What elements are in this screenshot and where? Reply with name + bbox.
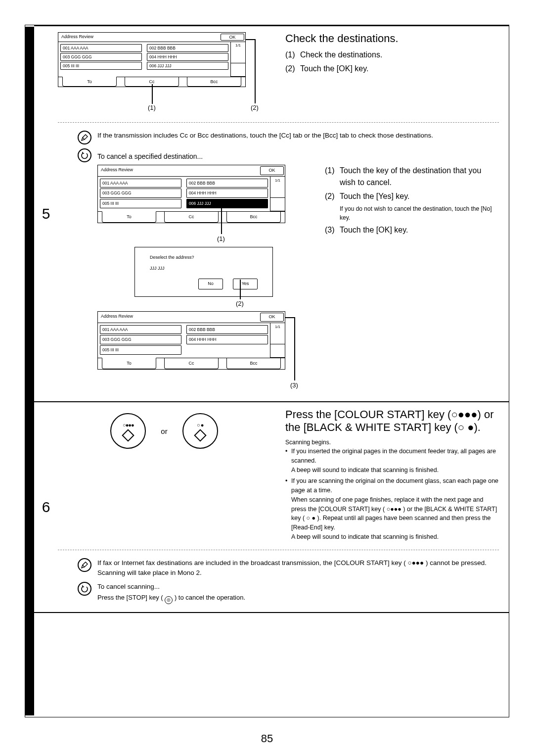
callout-line bbox=[246, 39, 255, 40]
callout-line bbox=[294, 317, 295, 380]
cancel-scan-body: Press the [STOP] key ( ◎ ) to cancel the… bbox=[97, 593, 499, 604]
bw-dots-icon: ○ ● bbox=[197, 422, 203, 428]
dialog-question: Deselect the address? bbox=[150, 254, 258, 261]
colour-dots-inline: ○●●● bbox=[451, 408, 477, 421]
callout-label-1: (1) bbox=[217, 234, 225, 244]
address-entry[interactable]: 002 BBB BBB bbox=[186, 179, 268, 188]
ok-button[interactable]: OK bbox=[260, 166, 284, 175]
tab-bcc[interactable]: Bcc bbox=[226, 358, 281, 370]
page-number: 85 bbox=[25, 732, 509, 745]
ok-button[interactable]: OK bbox=[260, 313, 284, 322]
dashed-separator bbox=[58, 550, 499, 550]
step-number: 6 bbox=[34, 402, 58, 612]
scanning-begins: Scanning begins. bbox=[285, 438, 499, 447]
no-button[interactable]: No bbox=[198, 279, 223, 289]
pencil-note-icon bbox=[78, 131, 91, 144]
colour-start-key[interactable]: ○●●● bbox=[110, 413, 146, 449]
note: If the transmission includes Cc or Bcc d… bbox=[58, 129, 499, 146]
cancel-scan-title: To cancel scanning... bbox=[97, 582, 499, 592]
address-entry[interactable]: 003 GGG GGG bbox=[100, 335, 181, 344]
callout-label-2: (2) bbox=[236, 299, 244, 309]
callout-label-3: (3) bbox=[290, 380, 298, 390]
note-text: If fax or Internet fax destinations are … bbox=[97, 558, 499, 578]
side-binding-bar bbox=[25, 27, 34, 715]
address-entry[interactable]: 005 III III bbox=[100, 199, 181, 208]
start-diamond-icon bbox=[122, 429, 134, 441]
page-up-button[interactable] bbox=[231, 50, 245, 63]
address-entry[interactable]: 001 AAA AAA bbox=[100, 325, 181, 334]
cancel-note: To cancel a specified destination... Add… bbox=[58, 146, 499, 395]
sub-note: If you do not wish to cancel the destina… bbox=[340, 204, 499, 222]
address-entry[interactable]: 004 HHH HHH bbox=[186, 189, 268, 198]
page-down-button[interactable] bbox=[270, 198, 285, 211]
page-down-button[interactable] bbox=[270, 344, 285, 358]
instruction-list: (1)Check the destinations. (2)Touch the … bbox=[285, 49, 499, 75]
callout-line bbox=[285, 317, 294, 318]
bw-start-key[interactable]: ○ ● bbox=[182, 413, 218, 449]
tab-cc[interactable]: Cc bbox=[164, 358, 219, 370]
colour-dots-inline: ○●●● bbox=[408, 559, 424, 567]
callout-label-1: (1) bbox=[148, 104, 156, 111]
address-entry[interactable]: 005 III III bbox=[60, 62, 142, 70]
address-entry[interactable]: 003 GGG GGG bbox=[60, 53, 142, 61]
page-down-button[interactable] bbox=[231, 63, 245, 77]
address-entry-selected[interactable]: 006 JJJ JJJ bbox=[186, 199, 268, 208]
address-entry[interactable]: 004 HHH HHH bbox=[186, 335, 268, 344]
cancel-intro: To cancel a specified destination... bbox=[97, 151, 499, 162]
page-up-button[interactable] bbox=[270, 331, 285, 344]
deselect-dialog: Deselect the address? JJJ JJJ No Yes bbox=[134, 247, 273, 297]
callout-line bbox=[152, 84, 153, 104]
tab-bcc[interactable]: Bcc bbox=[187, 77, 241, 87]
yes-button[interactable]: Yes bbox=[233, 279, 258, 289]
note: If fax or Internet fax destinations are … bbox=[58, 556, 499, 580]
callout-line bbox=[221, 202, 222, 234]
step-title: Check the destinations. bbox=[285, 32, 499, 45]
undo-icon bbox=[78, 582, 91, 596]
step-title: Press the [COLOUR START] key (○●●●) or t… bbox=[285, 408, 499, 434]
page-frame: 5 Address Review OK bbox=[25, 25, 509, 717]
panel-title: Address Review bbox=[58, 33, 220, 42]
address-review-panel-2: Address Review OK 001 AAA AAA 002 bbox=[97, 165, 285, 223]
callout-line bbox=[255, 39, 256, 103]
address-entry[interactable]: 001 AAA AAA bbox=[60, 44, 142, 52]
or-text: or bbox=[161, 427, 167, 435]
tab-bcc[interactable]: Bcc bbox=[226, 212, 281, 223]
address-review-panel-3: Address Review OK 001 AAA AAA 002 bbox=[97, 311, 285, 370]
page-indicator: 1/1 bbox=[231, 42, 245, 50]
step-6: 6 ○●●● or ○ ● bbox=[34, 401, 509, 613]
bullet-item: If you inserted the original pages in th… bbox=[285, 447, 499, 474]
tab-to[interactable]: To bbox=[102, 211, 156, 223]
dashed-separator bbox=[58, 122, 499, 123]
address-entry[interactable]: 004 HHH HHH bbox=[147, 53, 228, 61]
stop-key-icon: ◎ bbox=[165, 596, 173, 604]
address-entry[interactable]: 003 GGG GGG bbox=[100, 189, 181, 198]
dialog-address: JJJ JJJ bbox=[150, 265, 258, 272]
tab-to[interactable]: To bbox=[62, 77, 117, 87]
address-entry[interactable]: 002 BBB BBB bbox=[186, 325, 268, 334]
tab-cc[interactable]: Cc bbox=[164, 212, 219, 223]
page-up-button[interactable] bbox=[270, 185, 285, 198]
bullet-item: If you are scanning the original on the … bbox=[285, 476, 499, 541]
cancel-scan-note: To cancel scanning... Press the [STOP] k… bbox=[58, 580, 499, 606]
pencil-note-icon bbox=[78, 558, 91, 572]
step-number: 5 bbox=[34, 26, 58, 401]
note-text: If the transmission includes Cc or Bcc d… bbox=[97, 131, 499, 141]
cancel-instruction-list: (1)Touch the key of the destination that… bbox=[325, 165, 499, 236]
undo-icon bbox=[78, 148, 91, 162]
step-5: 5 Address Review OK bbox=[34, 25, 509, 401]
address-entry[interactable]: 002 BBB BBB bbox=[147, 44, 228, 52]
callout-line bbox=[240, 280, 241, 299]
callout-label-2: (2) bbox=[251, 104, 259, 111]
ok-button[interactable]: OK bbox=[221, 34, 244, 41]
colour-dots-icon: ○●●● bbox=[123, 422, 134, 428]
bullet-list: If you inserted the original pages in th… bbox=[285, 447, 499, 542]
bw-dots-inline: ○ ● bbox=[458, 421, 474, 433]
start-diamond-icon bbox=[194, 429, 206, 441]
address-review-panel-1: Address Review OK 001 AAA AAA 002 BBB BB… bbox=[58, 32, 246, 87]
address-entry[interactable]: 005 III III bbox=[100, 345, 181, 355]
address-entry[interactable]: 001 AAA AAA bbox=[100, 179, 181, 188]
tab-to[interactable]: To bbox=[102, 358, 156, 370]
address-entry[interactable]: 006 JJJ JJJ bbox=[147, 62, 228, 70]
